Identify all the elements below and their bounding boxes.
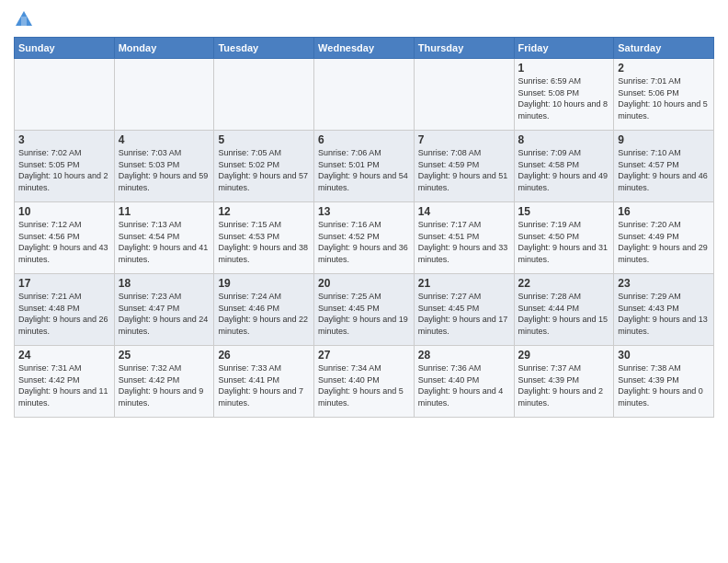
day-info: Sunrise: 7:25 AM Sunset: 4:45 PM Dayligh… — [318, 291, 410, 337]
calendar-week-row: 10Sunrise: 7:12 AM Sunset: 4:56 PM Dayli… — [15, 202, 714, 274]
day-number: 11 — [119, 205, 210, 218]
day-info: Sunrise: 7:16 AM Sunset: 4:52 PM Dayligh… — [318, 219, 410, 265]
day-info: Sunrise: 7:33 AM Sunset: 4:41 PM Dayligh… — [218, 362, 310, 408]
calendar-cell: 30Sunrise: 7:38 AM Sunset: 4:39 PM Dayli… — [614, 346, 714, 418]
calendar-cell: 15Sunrise: 7:19 AM Sunset: 4:50 PM Dayli… — [514, 202, 614, 274]
day-number: 25 — [119, 349, 210, 362]
logo-icon — [14, 9, 34, 29]
page-header — [14, 9, 714, 29]
calendar-cell: 13Sunrise: 7:16 AM Sunset: 4:52 PM Dayli… — [314, 202, 415, 274]
calendar-cell: 27Sunrise: 7:34 AM Sunset: 4:40 PM Dayli… — [314, 346, 415, 418]
calendar-table: SundayMondayTuesdayWednesdayThursdayFrid… — [14, 37, 714, 418]
calendar-cell: 10Sunrise: 7:12 AM Sunset: 4:56 PM Dayli… — [15, 202, 115, 274]
calendar-week-row: 1Sunrise: 6:59 AM Sunset: 5:08 PM Daylig… — [15, 59, 714, 131]
day-number: 6 — [318, 133, 410, 146]
col-header-wednesday: Wednesday — [314, 38, 415, 59]
calendar-cell: 11Sunrise: 7:13 AM Sunset: 4:54 PM Dayli… — [114, 202, 214, 274]
day-number: 14 — [418, 205, 510, 218]
day-number: 9 — [618, 133, 710, 146]
col-header-sunday: Sunday — [15, 38, 115, 59]
calendar-cell: 4Sunrise: 7:03 AM Sunset: 5:03 PM Daylig… — [114, 131, 214, 202]
day-number: 8 — [518, 133, 610, 146]
day-number: 7 — [418, 133, 510, 146]
day-info: Sunrise: 7:10 AM Sunset: 4:57 PM Dayligh… — [618, 147, 710, 193]
day-number: 13 — [318, 205, 410, 218]
calendar-cell: 22Sunrise: 7:28 AM Sunset: 4:44 PM Dayli… — [514, 274, 614, 346]
day-info: Sunrise: 7:17 AM Sunset: 4:51 PM Dayligh… — [418, 219, 510, 265]
day-number: 26 — [218, 349, 310, 362]
day-number: 27 — [318, 349, 410, 362]
day-info: Sunrise: 7:15 AM Sunset: 4:53 PM Dayligh… — [218, 219, 310, 265]
day-number: 28 — [418, 349, 510, 362]
calendar-week-row: 3Sunrise: 7:02 AM Sunset: 5:05 PM Daylig… — [15, 131, 714, 202]
day-number: 20 — [318, 277, 410, 290]
day-info: Sunrise: 7:12 AM Sunset: 4:56 PM Dayligh… — [18, 219, 110, 265]
day-number: 1 — [518, 62, 610, 75]
svg-rect-1 — [21, 17, 27, 26]
day-info: Sunrise: 7:05 AM Sunset: 5:02 PM Dayligh… — [218, 147, 310, 193]
day-info: Sunrise: 7:28 AM Sunset: 4:44 PM Dayligh… — [518, 291, 610, 337]
calendar-cell — [314, 59, 415, 131]
calendar-cell: 14Sunrise: 7:17 AM Sunset: 4:51 PM Dayli… — [414, 202, 514, 274]
day-number: 23 — [618, 277, 710, 290]
day-info: Sunrise: 6:59 AM Sunset: 5:08 PM Dayligh… — [518, 75, 610, 121]
col-header-monday: Monday — [114, 38, 214, 59]
calendar-cell — [214, 59, 314, 131]
calendar-cell: 7Sunrise: 7:08 AM Sunset: 4:59 PM Daylig… — [414, 131, 514, 202]
day-info: Sunrise: 7:21 AM Sunset: 4:48 PM Dayligh… — [18, 291, 110, 337]
day-number: 15 — [518, 205, 610, 218]
col-header-thursday: Thursday — [414, 38, 514, 59]
day-number: 12 — [218, 205, 310, 218]
calendar-cell: 24Sunrise: 7:31 AM Sunset: 4:42 PM Dayli… — [15, 346, 115, 418]
calendar-cell — [15, 59, 115, 131]
day-info: Sunrise: 7:09 AM Sunset: 4:58 PM Dayligh… — [518, 147, 610, 193]
day-number: 21 — [418, 277, 510, 290]
calendar-cell: 3Sunrise: 7:02 AM Sunset: 5:05 PM Daylig… — [15, 131, 115, 202]
page-container: SundayMondayTuesdayWednesdayThursdayFrid… — [0, 0, 728, 422]
calendar-week-row: 17Sunrise: 7:21 AM Sunset: 4:48 PM Dayli… — [15, 274, 714, 346]
calendar-cell: 28Sunrise: 7:36 AM Sunset: 4:40 PM Dayli… — [414, 346, 514, 418]
calendar-week-row: 24Sunrise: 7:31 AM Sunset: 4:42 PM Dayli… — [15, 346, 714, 418]
day-info: Sunrise: 7:38 AM Sunset: 4:39 PM Dayligh… — [618, 362, 710, 408]
calendar-cell: 21Sunrise: 7:27 AM Sunset: 4:45 PM Dayli… — [414, 274, 514, 346]
calendar-cell: 16Sunrise: 7:20 AM Sunset: 4:49 PM Dayli… — [614, 202, 714, 274]
day-info: Sunrise: 7:29 AM Sunset: 4:43 PM Dayligh… — [618, 291, 710, 337]
day-number: 30 — [618, 349, 710, 362]
calendar-cell: 18Sunrise: 7:23 AM Sunset: 4:47 PM Dayli… — [114, 274, 214, 346]
calendar-cell: 20Sunrise: 7:25 AM Sunset: 4:45 PM Dayli… — [314, 274, 415, 346]
calendar-cell: 19Sunrise: 7:24 AM Sunset: 4:46 PM Dayli… — [214, 274, 314, 346]
col-header-friday: Friday — [514, 38, 614, 59]
day-info: Sunrise: 7:23 AM Sunset: 4:47 PM Dayligh… — [119, 291, 210, 337]
day-number: 17 — [18, 277, 110, 290]
calendar-cell — [114, 59, 214, 131]
day-number: 22 — [518, 277, 610, 290]
calendar-cell: 17Sunrise: 7:21 AM Sunset: 4:48 PM Dayli… — [15, 274, 115, 346]
calendar-cell — [414, 59, 514, 131]
calendar-cell: 12Sunrise: 7:15 AM Sunset: 4:53 PM Dayli… — [214, 202, 314, 274]
col-header-saturday: Saturday — [614, 38, 714, 59]
day-info: Sunrise: 7:13 AM Sunset: 4:54 PM Dayligh… — [119, 219, 210, 265]
day-info: Sunrise: 7:01 AM Sunset: 5:06 PM Dayligh… — [618, 75, 710, 121]
day-info: Sunrise: 7:32 AM Sunset: 4:42 PM Dayligh… — [119, 362, 210, 408]
calendar-cell: 5Sunrise: 7:05 AM Sunset: 5:02 PM Daylig… — [214, 131, 314, 202]
day-number: 18 — [119, 277, 210, 290]
day-info: Sunrise: 7:27 AM Sunset: 4:45 PM Dayligh… — [418, 291, 510, 337]
day-info: Sunrise: 7:36 AM Sunset: 4:40 PM Dayligh… — [418, 362, 510, 408]
day-info: Sunrise: 7:31 AM Sunset: 4:42 PM Dayligh… — [18, 362, 110, 408]
calendar-header-row: SundayMondayTuesdayWednesdayThursdayFrid… — [15, 38, 714, 59]
col-header-tuesday: Tuesday — [214, 38, 314, 59]
day-info: Sunrise: 7:08 AM Sunset: 4:59 PM Dayligh… — [418, 147, 510, 193]
calendar-cell: 6Sunrise: 7:06 AM Sunset: 5:01 PM Daylig… — [314, 131, 415, 202]
day-info: Sunrise: 7:19 AM Sunset: 4:50 PM Dayligh… — [518, 219, 610, 265]
calendar-cell: 8Sunrise: 7:09 AM Sunset: 4:58 PM Daylig… — [514, 131, 614, 202]
day-number: 29 — [518, 349, 610, 362]
day-number: 16 — [618, 205, 710, 218]
day-info: Sunrise: 7:06 AM Sunset: 5:01 PM Dayligh… — [318, 147, 410, 193]
day-number: 3 — [18, 133, 110, 146]
day-info: Sunrise: 7:20 AM Sunset: 4:49 PM Dayligh… — [618, 219, 710, 265]
calendar-cell: 9Sunrise: 7:10 AM Sunset: 4:57 PM Daylig… — [614, 131, 714, 202]
day-info: Sunrise: 7:02 AM Sunset: 5:05 PM Dayligh… — [18, 147, 110, 193]
day-number: 19 — [218, 277, 310, 290]
day-number: 24 — [18, 349, 110, 362]
day-info: Sunrise: 7:24 AM Sunset: 4:46 PM Dayligh… — [218, 291, 310, 337]
